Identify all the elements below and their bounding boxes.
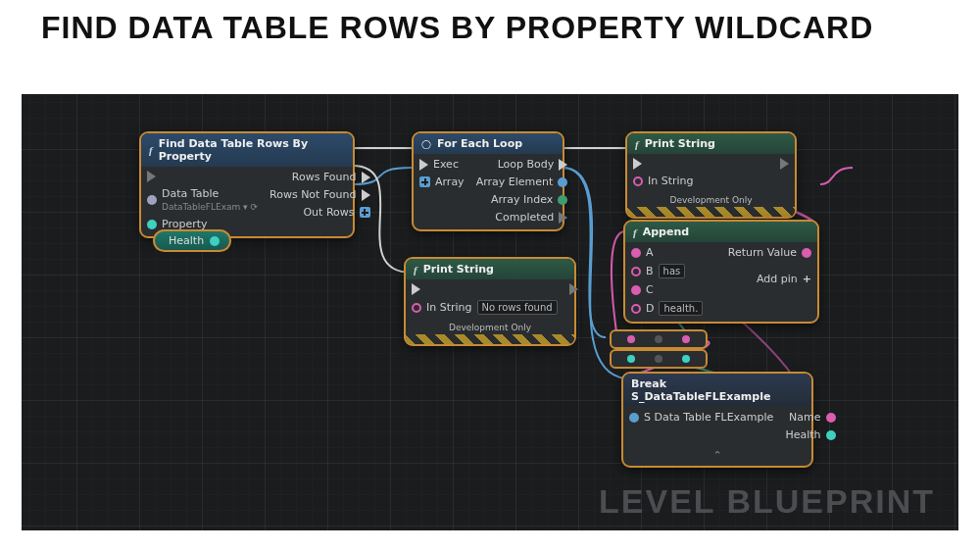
in-string-value[interactable]: No rows found [477,300,558,315]
exec-in-pin[interactable] [633,158,694,170]
in-string-pin[interactable]: In String No rows found [412,300,558,315]
data-table-pin[interactable]: Data Table DataTableFLExam ▾ ⟳ [147,187,258,213]
node-break-struct[interactable]: Break S_DataTableFLExample S Data Table … [621,372,813,468]
loop-body-pin[interactable]: Loop Body [498,158,568,171]
return-value-pin[interactable]: Return Value [728,246,811,259]
struct-in-pin[interactable]: S Data Table FLExample [629,411,773,424]
dev-only-label: Development Only [406,321,574,332]
rows-not-found-pin[interactable]: Rows Not Found [270,188,369,201]
node-print-string-2[interactable]: fPrint String In String No rows found De… [404,257,576,346]
node-header: fPrint String [627,133,795,154]
completed-pin[interactable]: Completed [495,211,567,224]
in-string-pin[interactable]: In String [633,175,694,187]
node-header: Break S_DataTableFLExample [623,374,811,407]
watermark: LEVEL BLUEPRINT [599,482,935,521]
array-pin[interactable]: Array [419,176,465,188]
node-header: ◯For Each Loop [414,133,563,154]
expand-chevron-icon[interactable]: ⌃ [623,447,811,466]
array-index-pin[interactable]: Array Index [491,193,567,206]
b-value[interactable]: has [659,264,686,278]
reroute-pink[interactable] [610,329,708,349]
dev-only-label: Development Only [627,193,795,205]
dev-stripe [406,334,574,344]
node-header: fPrint String [406,259,574,279]
d-pin[interactable]: D health. [631,301,703,316]
health-variable-badge[interactable]: Health [153,229,231,252]
page-title: FIND DATA TABLE ROWS BY PROPERTY WILDCAR… [0,0,980,51]
exec-pin[interactable]: Exec [419,158,465,171]
node-header: fFind Data Table Rows By Property [141,133,353,167]
node-print-string-1[interactable]: fPrint String In String Development Only [625,131,797,219]
exec-in-pin[interactable] [412,283,558,295]
rows-found-pin[interactable]: Rows Found [292,171,370,183]
node-append[interactable]: fAppend A B has C D health. Return Value… [623,220,819,324]
node-for-each-loop[interactable]: ◯For Each Loop Exec Array Loop Body Arra… [412,131,564,231]
array-element-pin[interactable]: Array Element [476,176,568,188]
add-pin-button[interactable]: +Add pin [757,273,811,285]
reroute-cyan[interactable] [610,349,708,369]
exec-out-pin[interactable] [780,158,789,170]
c-pin[interactable]: C [631,283,703,296]
a-pin[interactable]: A [631,246,703,259]
node-find-data-table-rows[interactable]: fFind Data Table Rows By Property Data T… [139,131,355,238]
out-rows-pin[interactable]: Out Rows [303,206,369,219]
blueprint-graph[interactable]: fFind Data Table Rows By Property Data T… [22,94,958,530]
node-header: fAppend [625,222,817,242]
exec-out-pin[interactable] [569,283,578,295]
health-out-pin[interactable]: Health [785,428,835,441]
dev-stripe [627,207,795,217]
name-out-pin[interactable]: Name [789,411,835,424]
exec-in-pin[interactable] [147,171,258,182]
d-value[interactable]: health. [659,301,703,316]
b-pin[interactable]: B has [631,264,703,278]
